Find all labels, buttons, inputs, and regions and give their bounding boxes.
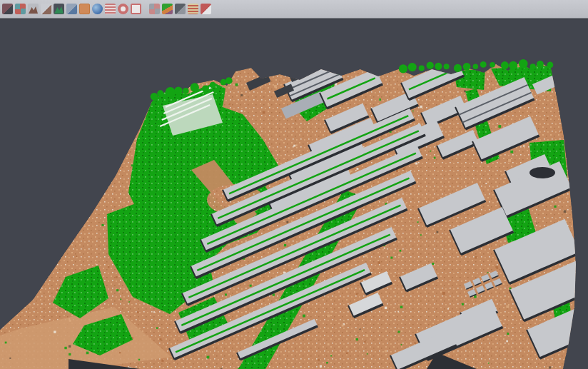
- clip-box-icon[interactable]: [201, 4, 211, 14]
- classification-render-icon[interactable]: [162, 4, 173, 14]
- print-icon[interactable]: [175, 4, 186, 14]
- point-cloud-render: [0, 59, 588, 369]
- select-region-icon[interactable]: [149, 4, 160, 14]
- terrain-model-icon[interactable]: [54, 4, 64, 14]
- point-cloud-3d-viewport[interactable]: [0, 19, 588, 369]
- dem-icon[interactable]: [41, 4, 51, 14]
- measure-icon[interactable]: [188, 4, 198, 14]
- tin-surface-icon[interactable]: [28, 4, 39, 14]
- point-scatter-icon[interactable]: [15, 4, 26, 14]
- zoom-extent-icon[interactable]: [131, 4, 141, 14]
- open-data-icon[interactable]: [2, 4, 13, 14]
- application-window: [0, 0, 588, 369]
- profile-section-icon[interactable]: [66, 4, 77, 14]
- settings-ring-icon[interactable]: [118, 4, 128, 14]
- globe-icon[interactable]: [92, 4, 103, 14]
- grid-surface-icon[interactable]: [79, 4, 90, 14]
- attribute-table-icon[interactable]: [105, 4, 116, 14]
- main-toolbar: [0, 0, 588, 19]
